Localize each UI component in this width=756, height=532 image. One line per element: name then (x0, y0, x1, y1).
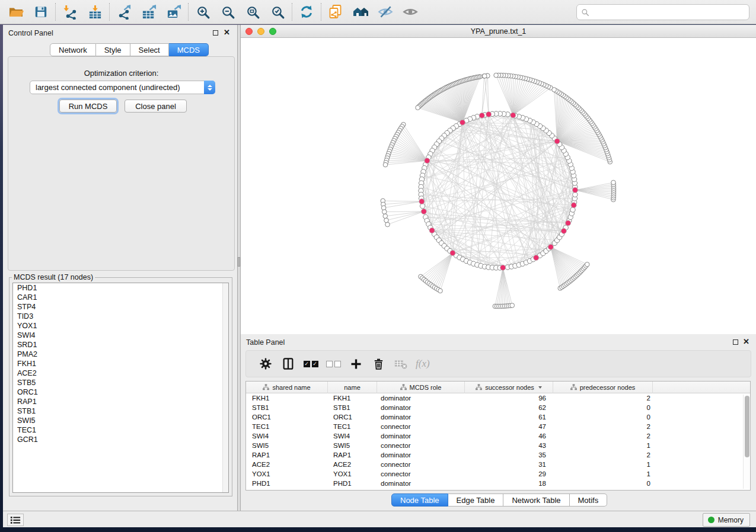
mcds-result-item[interactable]: ACE2 (13, 368, 228, 378)
tab-network[interactable]: Network (50, 43, 96, 56)
close-panel-icon[interactable]: ✕ (743, 337, 749, 346)
mcds-result-item[interactable]: STB1 (13, 406, 228, 416)
table-row[interactable]: STB1STB1dominator620 (246, 403, 750, 412)
table-row[interactable]: ACE2ACE2connector311 (246, 460, 750, 469)
float-panel-icon[interactable] (213, 30, 218, 36)
tab-node-table[interactable]: Node Table (391, 493, 448, 507)
import-network-button[interactable] (58, 1, 82, 23)
table-row[interactable]: ORC1ORC1dominator610 (246, 412, 750, 422)
optimization-criterion-value: largest connected component (undirected) (30, 83, 204, 92)
table-row[interactable]: FKH1FKH1dominator962 (246, 393, 750, 403)
close-panel-button[interactable]: Close panel (125, 100, 187, 113)
mcds-result-item[interactable]: RAP1 (13, 397, 228, 406)
column-header-predecessor-nodes[interactable]: predecessor nodes (553, 382, 653, 393)
save-button[interactable] (28, 1, 53, 23)
tab-motifs[interactable]: Motifs (570, 493, 608, 507)
mcds-result-item[interactable]: CAR1 (13, 293, 228, 302)
run-mcds-button[interactable]: Run MCDS (59, 100, 117, 113)
cell-predecessor-nodes: 2 (553, 431, 653, 441)
mcds-result-item[interactable]: SRD1 (13, 340, 228, 350)
table-row[interactable]: SWI5SWI5connector431 (246, 441, 750, 450)
table-row[interactable]: SWI4SWI4dominator462 (246, 431, 750, 441)
cell-MCDS-role: connector (377, 460, 465, 469)
export-network-button[interactable] (111, 1, 136, 23)
mcds-result-item[interactable]: GCR1 (13, 435, 228, 444)
cell-name: STB1 (328, 403, 377, 412)
refresh-button[interactable] (294, 1, 319, 23)
mcds-list-scrollbar[interactable] (222, 283, 228, 492)
deselect-all-button[interactable] (322, 352, 344, 375)
mcds-result-item[interactable]: TID3 (13, 312, 228, 321)
task-history-button[interactable] (7, 514, 24, 526)
cell-name: SWI4 (328, 431, 377, 441)
export-table-button[interactable] (136, 1, 161, 23)
add-row-button[interactable] (344, 352, 367, 375)
table-row[interactable]: PHD1PHD1dominator180 (246, 479, 750, 488)
duplicate-network-button[interactable] (323, 1, 348, 23)
close-panel-icon[interactable]: ✕ (224, 28, 230, 37)
table-row[interactable]: YOX1YOX1connector291 (246, 469, 750, 479)
zoom-selected-button[interactable] (265, 1, 290, 23)
import-table-icon (88, 5, 103, 20)
optimization-criterion-select[interactable]: largest connected component (undirected) (30, 81, 215, 94)
mcds-result-item[interactable]: PMA2 (13, 350, 228, 359)
search-icon (581, 8, 589, 17)
column-header-name[interactable]: name (328, 382, 377, 393)
cell-MCDS-role: dominator (377, 479, 465, 488)
table-row[interactable]: RAP1RAP1dominator352 (246, 450, 750, 460)
table-row[interactable]: TEC1TEC1connector472 (246, 422, 750, 431)
cell-shared-name: FKH1 (246, 393, 328, 403)
mcds-result-item[interactable]: PHD1 (13, 283, 228, 293)
cell-successor-nodes: 47 (465, 422, 553, 431)
export-image-icon (167, 5, 181, 20)
export-network-icon (117, 5, 132, 20)
duplicate-network-icon (328, 4, 343, 20)
column-header-MCDS-role[interactable]: MCDS role (377, 382, 465, 393)
namespace-icon (263, 384, 269, 392)
mcds-result-item[interactable]: SWI5 (13, 416, 228, 425)
search-box (576, 4, 749, 20)
network-canvas[interactable] (241, 38, 756, 334)
float-panel-icon[interactable] (733, 339, 738, 345)
gear-icon (259, 357, 272, 370)
delete-rows-button[interactable] (367, 352, 390, 375)
cell-MCDS-role: dominator (377, 403, 465, 412)
tab-edge-table[interactable]: Edge Table (448, 493, 504, 507)
mcds-result-list: PHD1CAR1STP4TID3YOX1SWI4SRD1PMA2FKH1ACE2… (12, 283, 229, 493)
column-header-shared-name[interactable]: shared name (246, 382, 328, 393)
zoom-in-button[interactable] (190, 1, 215, 23)
open-button[interactable] (4, 1, 28, 23)
mcds-result-item[interactable]: FKH1 (13, 359, 228, 368)
hide-selected-button[interactable] (373, 1, 398, 23)
search-input[interactable] (592, 6, 749, 19)
tab-select[interactable]: Select (130, 43, 169, 56)
zoom-fit-button[interactable] (240, 1, 265, 23)
table-scrollbar-thumb[interactable] (745, 396, 749, 457)
table-options-button[interactable] (254, 352, 277, 375)
zoom-out-button[interactable] (215, 1, 240, 23)
mcds-result-item[interactable]: ORC1 (13, 387, 228, 397)
mcds-result-item[interactable]: TEC1 (13, 425, 228, 435)
select-all-button[interactable]: ✓✓ (299, 352, 322, 375)
network-window-title: YPA_prune.txt_1 (241, 27, 756, 36)
mcds-result-item[interactable]: SWI4 (13, 331, 228, 340)
column-header-successor-nodes[interactable]: successor nodes (465, 382, 553, 393)
splitter-grip[interactable] (238, 257, 240, 267)
mcds-result-item[interactable]: STB5 (13, 378, 228, 387)
table-scrollbar[interactable] (743, 395, 749, 489)
memory-button[interactable]: Memory (703, 513, 750, 527)
node-table: shared namenameMCDS rolesuccessor nodesp… (245, 381, 751, 491)
mcds-result-item[interactable]: YOX1 (13, 321, 228, 331)
tab-style[interactable]: Style (96, 43, 130, 56)
cell-MCDS-role: dominator (377, 393, 465, 403)
tab-mcds[interactable]: MCDS (169, 43, 209, 56)
import-table-button[interactable] (82, 1, 107, 23)
mcds-result-item[interactable]: STP4 (13, 302, 228, 312)
export-image-button[interactable] (161, 1, 186, 23)
show-all-button[interactable] (398, 1, 423, 23)
list-icon (10, 516, 21, 524)
cell-predecessor-nodes: 0 (553, 403, 653, 412)
show-columns-button[interactable] (277, 352, 299, 375)
tab-network-table[interactable]: Network Table (503, 493, 569, 507)
first-neighbors-button[interactable] (348, 1, 373, 23)
